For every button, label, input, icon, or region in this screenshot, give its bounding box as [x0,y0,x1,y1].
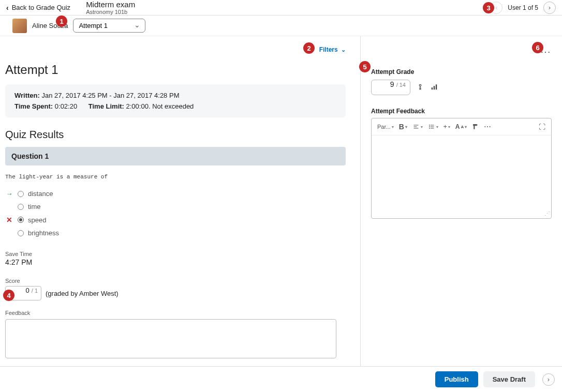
radio-filled-icon [18,217,24,223]
filters-toggle[interactable]: Filters ⌄ [319,46,346,53]
avatar [12,19,27,33]
toolbar-more-button[interactable]: ⋯ [482,122,493,132]
publish-button[interactable]: Publish [435,371,478,387]
svg-point-11 [429,127,430,127]
user-row: Aline Souza Attempt 1 [0,16,562,36]
svg-point-12 [429,128,430,129]
score-label: Score [5,278,346,284]
quiz-title: Midterm exam [86,0,135,9]
option-label: time [28,203,41,210]
option-row: ✕ speed [5,213,346,227]
align-button[interactable]: ▾ [411,123,424,131]
option-label: speed [28,216,46,224]
question-text: The light-year is a measure of [5,174,346,180]
quiz-title-block: Midterm exam Astronomy 101b [86,0,135,15]
bold-button[interactable]: B ▾ [397,122,409,132]
save-draft-button[interactable]: Save Draft [483,371,535,387]
option-row: time [5,200,346,213]
font-button[interactable]: AA ▾ [454,122,468,131]
user-counter: User 1 of 5 [508,4,538,11]
resize-handle-icon[interactable]: ⋰ [544,210,550,217]
format-painter-button[interactable] [470,123,480,131]
annotation-badge: 3 [483,2,494,13]
annotation-badge: 6 [532,42,543,53]
arrow-correct-icon: → [5,190,13,198]
annotation-badge: 1 [56,16,67,27]
top-bar: ‹ Back to Grade Quiz Midterm exam Astron… [0,0,562,16]
results-heading: Quiz Results [5,129,346,141]
save-time-value: 4:27 PM [5,258,346,266]
attempt-feedback-label: Attempt Feedback [371,108,552,115]
feedback-editor: Par... ▾ B ▾ ▾ ▾ + ▾ AA ▾ ⋯ ⛶ ⋰ [371,118,552,219]
attempt-heading: Attempt 1 [5,63,346,77]
svg-rect-3 [436,84,437,89]
radio-icon [18,191,24,197]
annotation-badge: 5 [359,61,371,72]
paragraph-dropdown[interactable]: Par... ▾ [376,123,395,131]
attempt-grade-label: Attempt Grade [371,68,552,76]
stats-icon[interactable] [430,83,438,92]
back-to-grade-quiz-link[interactable]: ‹ Back to Grade Quiz [6,4,70,12]
x-wrong-icon: ✕ [5,216,13,224]
insert-button[interactable]: + ▾ [442,122,452,131]
chevron-left-icon: ‹ [6,4,9,12]
option-row: brightness [5,227,346,239]
chevron-down-icon: ⌄ [341,47,346,53]
annotation-badge: 4 [3,290,14,301]
graded-by: (graded by Amber West) [46,290,119,297]
svg-point-10 [429,125,430,126]
editor-toolbar: Par... ▾ B ▾ ▾ ▾ + ▾ AA ▾ ⋯ ⛶ [372,118,551,135]
question-header: Question 1 [5,147,346,165]
left-panel: Filters ⌄ Attempt 1 Written: Jan 27, 201… [0,36,360,366]
save-time-label: Save Time [5,251,346,257]
list-button[interactable]: ▾ [426,123,440,131]
fullscreen-button[interactable]: ⛶ [537,122,547,132]
next-user-button[interactable]: › [543,2,556,14]
svg-point-0 [419,84,421,86]
svg-rect-1 [432,87,433,89]
course-name: Astronomy 101b [86,9,135,15]
svg-rect-2 [434,86,435,89]
attempt-grade-input[interactable]: 9 / 14 [371,80,410,95]
right-panel: ⋯ Attempt Grade 9 / 14 Attempt Feedback … [360,36,562,366]
option-label: brightness [28,229,59,237]
attempt-select[interactable]: Attempt 1 [73,19,145,33]
feedback-label: Feedback [5,310,346,316]
question-feedback-input[interactable] [5,319,336,358]
option-row: → distance [5,187,346,200]
key-icon[interactable] [417,83,424,92]
next-button[interactable]: › [542,373,555,386]
back-label: Back to Grade Quiz [12,4,70,11]
feedback-textarea[interactable]: ⋰ [372,135,551,218]
annotation-badge: 2 [303,42,315,54]
radio-icon [18,230,24,236]
footer: Publish Save Draft › [0,366,562,392]
radio-icon [18,204,24,210]
attempt-meta: Written: Jan 27, 2017 4:25 PM - Jan 27, … [5,84,346,117]
option-label: distance [28,190,53,198]
